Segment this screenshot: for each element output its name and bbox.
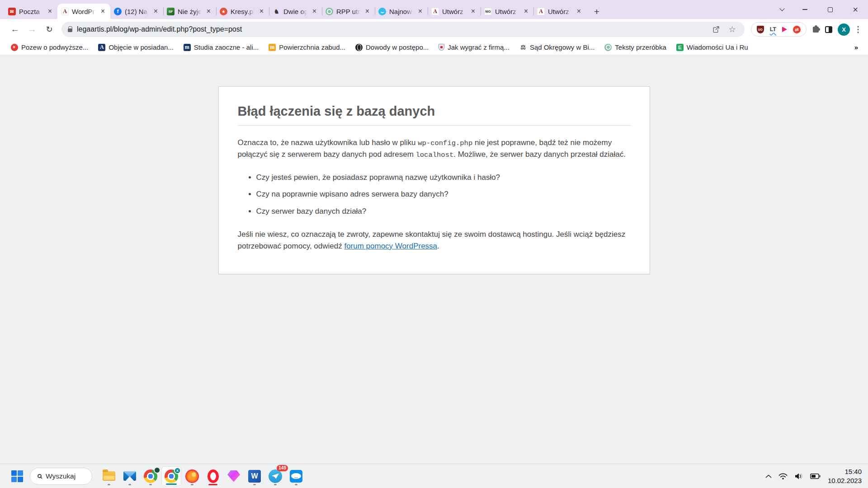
- opera-indicator: [208, 484, 217, 485]
- bookmark-item[interactable]: m Powierzchnia zabud...: [265, 42, 349, 53]
- share-icon[interactable]: [710, 23, 722, 35]
- navy-a-icon: A: [98, 44, 105, 51]
- wifi-icon[interactable]: [778, 473, 788, 480]
- reload-button[interactable]: [41, 21, 58, 38]
- taskbar-chrome-profile2-button[interactable]: X: [161, 466, 181, 486]
- extensions-puzzle-icon[interactable]: [813, 27, 819, 33]
- taskbar-word-button[interactable]: W: [245, 466, 264, 486]
- battery-icon[interactable]: [810, 474, 821, 479]
- tab-close-icon[interactable]: [311, 8, 318, 15]
- tab-close-icon[interactable]: [575, 8, 583, 15]
- taskbar-teamviewer-button[interactable]: [286, 466, 306, 486]
- close-button[interactable]: [843, 0, 868, 19]
- taskbar-opera-button[interactable]: [203, 466, 223, 486]
- start-button[interactable]: [7, 466, 27, 486]
- checklist-item: Czy jesteś pewien, że posiadasz poprawną…: [256, 172, 631, 183]
- bookmark-label: Wiadomości Ua i Ru: [687, 43, 748, 51]
- clock-time: 15:40: [828, 467, 862, 476]
- bookmark-item[interactable]: Jak wygrać z firmą...: [435, 42, 513, 53]
- tab-title: (12) Najw: [125, 8, 149, 15]
- bookmark-label: Dowody w postępo...: [366, 43, 429, 51]
- sync-extension-icon[interactable]: [793, 26, 801, 33]
- bookmark-item[interactable]: Dowody w postępo...: [352, 42, 432, 53]
- minimize-button[interactable]: [792, 0, 817, 19]
- taskbar-chrome-profile1-button[interactable]: [141, 466, 160, 486]
- ublock-origin-icon[interactable]: UO: [757, 26, 764, 33]
- code-wp-config: wp-config.php: [418, 139, 472, 147]
- taskbar-mail-button[interactable]: [120, 466, 140, 486]
- outro-paragraph: Jeśli nie wiesz, co oznaczają te zwroty,…: [238, 229, 631, 253]
- url-text[interactable]: legaartis.pl/blog/wp-admin/edit.php?post…: [77, 25, 706, 33]
- tab-close-icon[interactable]: [469, 8, 477, 15]
- browser-tab[interactable]: RPP utrzy: [322, 4, 375, 19]
- bookmark-item[interactable]: m Studia zaoczne - ali...: [180, 42, 262, 53]
- bookmark-item[interactable]: Teksty przeróbka: [601, 42, 670, 53]
- file-explorer-icon: [103, 471, 115, 481]
- new-tab-button[interactable]: [590, 5, 604, 18]
- tab-close-icon[interactable]: [46, 8, 54, 15]
- tab-search-chevron-icon[interactable]: [772, 0, 792, 19]
- browser-tab[interactable]: Kresy.pl -: [216, 4, 269, 19]
- browser-tab-active[interactable]: A WordPres: [57, 4, 110, 19]
- lock-icon[interactable]: [68, 28, 72, 32]
- bookmark-item[interactable]: Sąd Okręgowy w Bi...: [516, 42, 598, 53]
- bookmark-label: Jak wygrać z firmą...: [448, 43, 509, 51]
- browser-tab[interactable]: Dwie ogr: [269, 4, 322, 19]
- browser-tab[interactable]: Najnowsz: [375, 4, 428, 19]
- green-e-icon: E: [676, 44, 684, 51]
- play-extension-icon[interactable]: [782, 27, 787, 32]
- tray-chevron-up-icon[interactable]: [765, 474, 772, 478]
- page-title: Błąd łączenia się z bazą danych: [238, 104, 631, 126]
- tab-close-icon[interactable]: [152, 8, 160, 15]
- tab-close-icon[interactable]: [99, 8, 107, 15]
- tab-title: Kresy.pl -: [231, 8, 255, 15]
- browser-tab[interactable]: A Utwórz w: [533, 4, 586, 19]
- taskbar-photos-button[interactable]: [224, 466, 244, 486]
- running-indicator: [253, 484, 256, 485]
- browser-tab[interactable]: Poczta - K: [5, 4, 57, 19]
- back-button[interactable]: [6, 21, 24, 38]
- bookmark-item[interactable]: E Wiadomości Ua i Ru: [673, 42, 752, 53]
- browser-tab[interactable]: A Utwórz w: [428, 4, 481, 19]
- kresy-favicon-icon: [220, 8, 227, 15]
- taskbar-explorer-button[interactable]: [99, 466, 119, 486]
- bookmarks-overflow-icon[interactable]: »: [852, 43, 861, 51]
- word-icon: W: [248, 470, 261, 483]
- browser-tab[interactable]: SF Nie żyje 3: [163, 4, 216, 19]
- windows-logo-icon: [11, 470, 23, 482]
- tab-title: Poczta - K: [19, 8, 43, 15]
- tab-title: Utwórz w: [442, 8, 466, 15]
- bookmark-item[interactable]: A Objęcie w posiadan...: [94, 42, 177, 53]
- wordpress-forum-link[interactable]: forum pomocy WordPressa: [344, 242, 437, 250]
- tab-title: Utwórz w: [495, 8, 519, 15]
- tab-close-icon[interactable]: [522, 8, 530, 15]
- profile-avatar[interactable]: X: [838, 23, 850, 36]
- tab-close-icon[interactable]: [416, 8, 424, 15]
- tab-close-icon[interactable]: [363, 8, 371, 15]
- bookmark-label: Studia zaoczne - ali...: [194, 43, 259, 51]
- speaker-icon[interactable]: [794, 473, 803, 480]
- mail-favicon-icon: [8, 8, 16, 15]
- taskbar-firefox-button[interactable]: [182, 466, 202, 486]
- tab-close-icon[interactable]: [205, 8, 212, 15]
- running-indicator: [274, 484, 277, 485]
- browser-tab[interactable]: f (12) Najw: [110, 4, 163, 19]
- tab-close-icon[interactable]: [258, 8, 265, 15]
- sf-favicon-icon: SF: [167, 8, 175, 15]
- taskbar-clock[interactable]: 15:40 10.02.2023: [828, 467, 862, 485]
- active-indicator: [166, 483, 177, 485]
- db-error-card: Błąd łączenia się z bazą danych Oznacza …: [218, 86, 650, 274]
- tab-title: Nie żyje 3: [178, 8, 202, 15]
- browser-tab[interactable]: NIO Utwórz w: [481, 4, 533, 19]
- address-bar[interactable]: legaartis.pl/blog/wp-admin/edit.php?post…: [61, 22, 745, 37]
- red-chevrons-icon: [11, 44, 18, 51]
- bookmark-item[interactable]: Pozew o podwyższe...: [7, 42, 92, 53]
- taskbar-telegram-button[interactable]: 149: [265, 466, 285, 486]
- bookmark-star-icon[interactable]: [726, 23, 738, 35]
- menu-dots-icon[interactable]: [853, 24, 863, 34]
- taskbar-search[interactable]: Wyszukaj: [30, 468, 92, 485]
- side-panel-icon[interactable]: [825, 26, 832, 33]
- languagetool-icon[interactable]: LT: [770, 26, 776, 33]
- maximize-button[interactable]: [817, 0, 843, 19]
- forward-button[interactable]: [24, 21, 41, 38]
